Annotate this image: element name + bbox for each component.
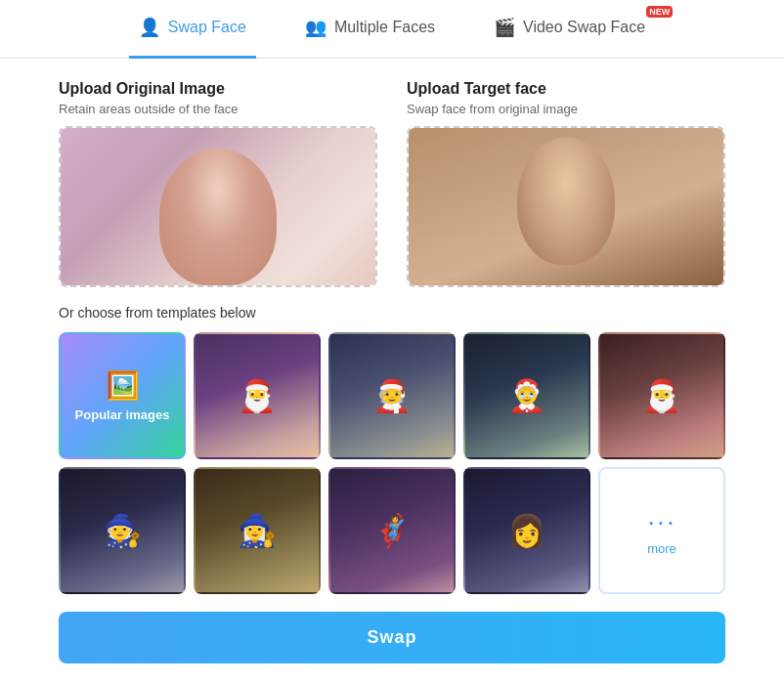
upload-target-box[interactable] <box>407 126 725 287</box>
upload-target-subtitle: Swap face from original image <box>407 102 725 116</box>
tab-video-swap-face[interactable]: 🎬 Video Swap Face NEW <box>484 0 655 59</box>
template-item-4[interactable]: 🎅 <box>598 332 725 459</box>
templates-grid: 🖼️ Popular images 🎅 🧑‍🎄 🤶 🎅 <box>59 332 725 594</box>
template-item-6[interactable]: 🧙‍♀️ <box>194 467 321 594</box>
tab-swap-face[interactable]: 👤 Swap Face <box>129 0 256 59</box>
template-item-2[interactable]: 🧑‍🎄 <box>328 332 456 459</box>
tab-swap-face-label: Swap Face <box>168 19 246 36</box>
more-label: more <box>647 541 676 556</box>
upload-target-panel: Upload Target face Swap face from origin… <box>407 80 725 287</box>
popular-label: Popular images <box>75 407 170 422</box>
popular-icon: 🖼️ <box>106 369 140 402</box>
tab-bar: 👤 Swap Face 👥 Multiple Faces 🎬 Video Swa… <box>0 0 784 59</box>
template-5-wizard: 🧙 <box>103 512 142 549</box>
template-7-hero: 🦸 <box>372 512 412 549</box>
people-icon: 👥 <box>305 17 327 38</box>
template-item-5[interactable]: 🧙 <box>59 467 186 594</box>
template-1-hat: 🎅 <box>238 377 277 414</box>
upload-original-subtitle: Retain areas outside of the face <box>59 102 377 116</box>
template-item-3[interactable]: 🤶 <box>463 332 590 459</box>
template-6-witch: 🧙‍♀️ <box>238 512 277 549</box>
person-icon: 👤 <box>139 17 160 38</box>
template-3-hat: 🤶 <box>507 377 546 414</box>
new-badge: NEW <box>646 6 673 18</box>
template-item-8[interactable]: 👩 <box>463 467 590 594</box>
tab-multiple-faces-label: Multiple Faces <box>334 19 435 36</box>
template-8-portrait: 👩 <box>507 512 546 549</box>
upload-original-panel: Upload Original Image Retain areas outsi… <box>59 80 377 287</box>
main-content: Upload Original Image Retain areas outsi… <box>0 59 784 684</box>
template-popular[interactable]: 🖼️ Popular images <box>59 332 186 459</box>
swap-button-wrapper: Swap <box>59 612 725 663</box>
upload-row: Upload Original Image Retain areas outsi… <box>59 80 725 287</box>
template-4-santa: 🎅 <box>642 377 681 414</box>
swap-button[interactable]: Swap <box>59 612 725 663</box>
template-2-hat: 🧑‍🎄 <box>372 377 412 414</box>
video-icon: 🎬 <box>494 17 515 38</box>
upload-original-title: Upload Original Image <box>59 80 377 98</box>
template-item-7[interactable]: 🦸 <box>328 467 456 594</box>
tab-multiple-faces[interactable]: 👥 Multiple Faces <box>295 0 445 59</box>
upload-original-box[interactable] <box>59 126 377 287</box>
template-item-1[interactable]: 🎅 <box>194 332 321 459</box>
templates-label: Or choose from templates below <box>59 305 725 321</box>
target-image-preview <box>409 128 723 285</box>
template-more-button[interactable]: ··· more <box>598 467 725 594</box>
more-dots-icon: ··· <box>647 506 675 537</box>
upload-target-title: Upload Target face <box>407 80 725 98</box>
tab-video-swap-face-label: Video Swap Face <box>523 19 645 36</box>
original-image-preview <box>61 128 375 285</box>
